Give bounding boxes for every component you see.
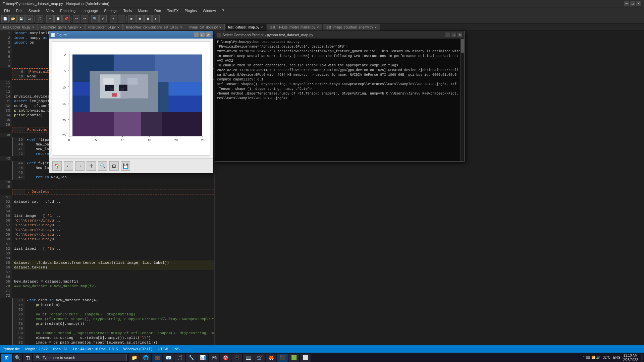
code-line-77: 77 ### (tf.Tensor: shape=(), dtype=strin… — [13, 317, 214, 321]
svg-text:25: 25 — [62, 133, 66, 137]
cmd-minimize[interactable]: ─ — [445, 33, 450, 37]
tb-macro-play[interactable]: ⏵ — [152, 15, 160, 22]
tab-tflite[interactable]: test_TF-Lite_model_marker.py ✕ — [267, 24, 322, 31]
tb-macro-stop[interactable]: ⏹ — [144, 15, 152, 22]
menu-view[interactable]: View — [44, 8, 57, 13]
separator-6 — [126, 16, 127, 22]
maximize-button[interactable]: □ — [630, 1, 635, 6]
tb-copy[interactable]: 📋 — [54, 15, 62, 22]
taskbar: ⊞ 🔍 ◫ 🔍 Type here to search 📁 🌐 💼 📧 🎵 🔧 … — [0, 353, 644, 362]
tab-imagecatdogs[interactable]: image_cat_dogs.py ✕ — [186, 24, 225, 31]
menu-plugins[interactable]: Plugins — [182, 8, 199, 13]
menu-run[interactable]: Run — [152, 8, 164, 13]
tab-pixelcopter05[interactable]: PixelCopter_05.py ✕ — [0, 24, 38, 31]
taskbar-app-settings[interactable]: 🔧 — [186, 354, 197, 362]
menu-search[interactable]: Search — [26, 8, 43, 13]
fig-pan-button[interactable]: ✛ — [87, 161, 96, 171]
tab-testimagecount[interactable]: test_image_countour_enemy.py ✕ — [323, 24, 380, 31]
tab-pixelcopter04[interactable]: PixelCopter_04.py ✕ — [85, 24, 123, 31]
tab-close-icon[interactable]: ✕ — [79, 26, 82, 29]
taskbar-app-nvidia[interactable]: 🟩 — [288, 354, 299, 362]
tb-paste[interactable]: 📌 — [62, 15, 70, 22]
cmd-scrollbar[interactable] — [460, 39, 464, 161]
tab-close-icon[interactable]: ✕ — [374, 26, 377, 29]
fig-save-button[interactable]: 💾 — [121, 161, 130, 171]
fig-forward-button[interactable]: → — [75, 161, 85, 171]
start-button[interactable]: ⊞ — [1, 354, 12, 362]
tab-close-icon[interactable]: ✕ — [117, 26, 120, 29]
tb-save[interactable]: 💾 — [17, 15, 25, 22]
svg-rect-29 — [155, 55, 202, 82]
tb-run[interactable]: ▶ — [128, 15, 136, 22]
taskbar-app-store[interactable]: 🛒 — [254, 354, 265, 362]
taskbar-app-browser2[interactable]: 🦊 — [266, 354, 276, 362]
taskbar-taskview[interactable]: ◫ — [23, 354, 32, 362]
tab-testdataset[interactable]: test_dataset_map.py ✕ — [225, 24, 266, 31]
tab-flappy[interactable]: FlappyBrd_game_5py.py ✕ — [38, 24, 85, 31]
taskbar-app-extra[interactable]: ⬜ — [300, 354, 311, 362]
cmd-maximize[interactable]: □ — [451, 33, 456, 37]
taskbar-app-edge[interactable]: 🌐 — [140, 354, 151, 362]
menu-window[interactable]: Window — [200, 8, 219, 13]
tb-redo[interactable]: ↪ — [81, 15, 88, 22]
taskbar-app-music[interactable]: 🎵 — [174, 354, 185, 362]
tab-close-icon[interactable]: ✕ — [219, 26, 222, 29]
tab-close-icon[interactable]: ✕ — [317, 26, 319, 29]
tb-new[interactable]: 📄 — [1, 15, 9, 22]
tb-cut[interactable]: ✂ — [46, 15, 54, 22]
close-button[interactable]: ✕ — [636, 1, 641, 6]
fig-home-button[interactable]: 🏠 — [52, 161, 62, 171]
menu-textfx[interactable]: TextFX — [164, 8, 181, 13]
tab-close-icon[interactable]: ✕ — [180, 26, 182, 29]
tb-macro-rec[interactable]: ⏺ — [136, 15, 144, 22]
cmd-close[interactable]: ✕ — [458, 33, 462, 37]
tb-zoom-in[interactable]: + — [110, 15, 117, 22]
tab-tensorflow[interactable]: tensorflow_convolutions_set_10.py ✕ — [123, 24, 185, 31]
tb-save-all[interactable]: 🗂 — [25, 15, 33, 22]
taskbar-app-target[interactable]: 🎯 — [220, 354, 231, 362]
tb-print[interactable]: 🖨 — [36, 15, 43, 22]
fig-zoom-button[interactable]: 🔍 — [98, 161, 107, 171]
minimize-button[interactable]: ─ — [624, 1, 629, 6]
taskbar-app-mail[interactable]: 📧 — [163, 354, 174, 362]
taskbar-app-phone[interactable]: 📱 — [231, 354, 242, 362]
svg-text:10: 10 — [62, 86, 66, 89]
fig-back-button[interactable]: ← — [64, 161, 73, 171]
menu-file[interactable]: File — [1, 8, 13, 13]
show-desktop-button[interactable] — [641, 354, 643, 362]
tb-undo[interactable]: ↩ — [73, 15, 80, 22]
code-line-64: 64 — [0, 256, 214, 260]
tab-close-icon[interactable]: ✕ — [261, 26, 263, 29]
tb-find[interactable]: 🔍 — [91, 15, 99, 22]
tb-zoom-out[interactable]: - — [118, 15, 125, 22]
taskbar-app-laptop[interactable]: 💻 — [243, 354, 254, 362]
code-line-65: 65 dataset = tf.data.Dataset.from_tensor… — [0, 260, 214, 265]
figure-maximize[interactable]: □ — [200, 33, 205, 37]
figure-minimize[interactable]: ─ — [194, 33, 199, 37]
tb-open[interactable]: 📂 — [9, 15, 17, 22]
taskbar-app-excel[interactable]: 📊 — [197, 354, 208, 362]
code-line-72: 72 — [0, 293, 214, 298]
tb-replace[interactable]: ⇄ — [99, 15, 107, 22]
figure-close[interactable]: ✕ — [206, 33, 211, 37]
menu-encoding[interactable]: Encoding — [57, 8, 78, 13]
menu-settings[interactable]: Settings — [101, 8, 120, 13]
taskbar-app-terminal[interactable]: ⬛ — [277, 354, 288, 362]
tab-close-icon[interactable]: ✕ — [32, 26, 35, 29]
taskbar-search-box[interactable]: 🔍 Type here to search — [33, 354, 127, 361]
taskbar-app-vscode[interactable]: 💼 — [152, 354, 162, 362]
cmd-scrollbar-thumb[interactable] — [461, 39, 464, 53]
taskbar-app-game[interactable]: 🎮 — [209, 354, 219, 362]
menu-edit[interactable]: Edit — [13, 8, 25, 13]
svg-text:0: 0 — [64, 53, 66, 56]
cmd-output-5: in oneAPI Deep Neural Network Library (o… — [217, 54, 462, 59]
menu-tools[interactable]: Tools — [121, 8, 135, 13]
svg-rect-47 — [120, 88, 124, 91]
menu-language[interactable]: Language — [79, 8, 101, 13]
code-line-73: 73 ▼for elem in New_dataset.take(4): — [13, 298, 214, 303]
menu-macro[interactable]: Macro — [135, 8, 151, 13]
menu-help[interactable]: ? — [219, 8, 227, 13]
taskbar-app-explorer[interactable]: 📁 — [129, 354, 140, 362]
fig-config-button[interactable]: ⊟ — [109, 161, 119, 171]
taskbar-search-icon[interactable]: 🔍 — [13, 354, 22, 362]
